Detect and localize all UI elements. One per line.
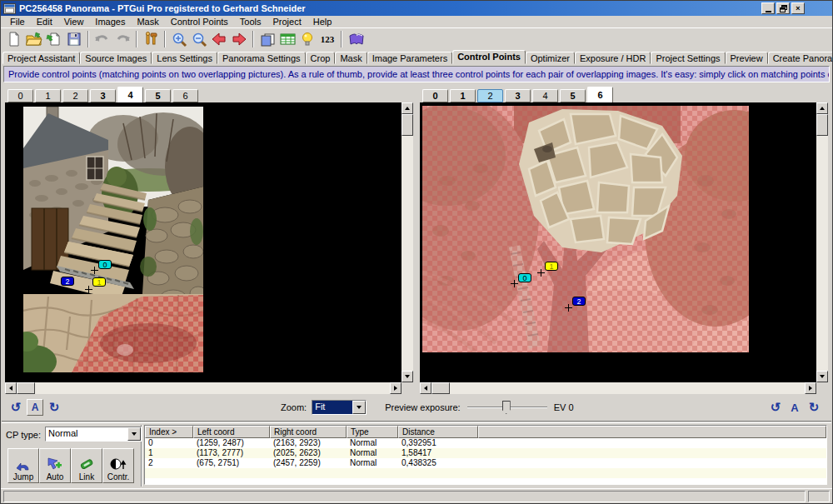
scroll-up-button[interactable]	[816, 102, 828, 114]
link-button[interactable]: Link	[71, 448, 102, 483]
right-image-tab-5[interactable]: 5	[560, 89, 586, 102]
contrast-button[interactable]: Contr.	[102, 448, 134, 483]
numeric-transform-button[interactable]: 123	[317, 30, 337, 48]
zoom-in-button[interactable]	[169, 30, 189, 48]
menu-file[interactable]: File	[4, 16, 31, 27]
left-vertical-scrollbar[interactable]	[402, 102, 413, 382]
scroll-down-button[interactable]	[816, 371, 828, 382]
right-horizontal-scrollbar[interactable]	[420, 382, 816, 394]
menu-project[interactable]: Project	[267, 16, 307, 27]
left-image-tab-2[interactable]: 2	[62, 89, 88, 102]
left-image-tab-1[interactable]: 1	[35, 89, 61, 102]
control-point-label-0-right[interactable]: 0	[518, 273, 531, 282]
rotate-ccw-right-button[interactable]: ↺	[767, 400, 784, 415]
right-image-tab-3[interactable]: 3	[505, 89, 531, 102]
control-point-label-2-left[interactable]: 2	[61, 277, 74, 286]
tab-optimizer[interactable]: Optimizer	[526, 52, 575, 64]
control-point-cross-0-left[interactable]	[91, 267, 98, 274]
zoom-out-button[interactable]	[189, 30, 209, 48]
title-bar[interactable]: PC256458 Panorama - PTGui Pro registered…	[1, 1, 832, 16]
left-image-tab-6[interactable]: 6	[172, 89, 198, 102]
slider-thumb[interactable]	[502, 401, 511, 414]
left-image-canvas[interactable]: 0 2 1	[5, 102, 402, 382]
next-pair-button[interactable]	[229, 30, 249, 48]
menu-control-points[interactable]: Control Points	[165, 16, 234, 27]
tab-panorama-settings[interactable]: Panorama Settings	[217, 52, 306, 64]
scroll-down-button[interactable]	[402, 371, 413, 382]
save-project-button[interactable]	[64, 30, 84, 48]
add-images-button[interactable]	[44, 30, 64, 48]
source-images-button[interactable]	[257, 30, 277, 48]
scroll-left-button[interactable]	[5, 382, 17, 394]
image-parameters-button[interactable]	[277, 30, 297, 48]
zoom-select[interactable]: Fit	[312, 400, 367, 415]
control-point-label-1-left[interactable]: 1	[92, 277, 106, 287]
scroll-thumb[interactable]	[402, 114, 413, 136]
help-button[interactable]	[346, 30, 366, 48]
rotate-cw-left-button[interactable]: ↻	[46, 400, 62, 415]
tab-crop[interactable]: Crop	[306, 52, 336, 64]
previous-pair-button[interactable]	[209, 30, 229, 48]
control-point-label-1-right[interactable]: 1	[545, 262, 558, 271]
right-image-tab-0[interactable]: 0	[422, 89, 448, 102]
right-image-canvas[interactable]: 1 0 2	[420, 102, 816, 382]
cp-table-row-2[interactable]: 2(675, 2751)(2457, 2259)Normal0,438325	[145, 458, 826, 468]
control-point-label-0-left[interactable]: 0	[98, 260, 112, 269]
left-photo[interactable]	[23, 107, 203, 372]
control-point-cross-0-right[interactable]	[511, 280, 518, 287]
right-photo[interactable]	[422, 106, 749, 352]
column-header-distance[interactable]: Distance	[398, 426, 478, 438]
menu-mask[interactable]: Mask	[131, 16, 164, 27]
tab-control-points[interactable]: Control Points	[452, 50, 526, 64]
control-point-cross-2-left[interactable]	[53, 285, 61, 292]
open-project-button[interactable]	[24, 30, 44, 48]
tab-exposure-hdr[interactable]: Exposure / HDR	[575, 52, 651, 64]
scroll-left-button[interactable]	[420, 382, 431, 394]
scroll-thumb[interactable]	[17, 382, 35, 394]
minimize-button[interactable]	[761, 2, 775, 14]
column-header-type[interactable]: Type	[347, 426, 398, 438]
cp-type-select[interactable]: Normal	[45, 427, 142, 442]
close-button[interactable]: ×	[791, 2, 805, 14]
undo-button[interactable]	[92, 30, 112, 48]
scroll-right-button[interactable]	[805, 382, 816, 394]
menu-help[interactable]: Help	[307, 16, 338, 27]
rotate-cw-right-button[interactable]: ↻	[806, 400, 822, 415]
right-image-tab-2[interactable]: 2	[477, 89, 503, 102]
scroll-up-button[interactable]	[402, 102, 413, 114]
tab-preview[interactable]: Preview	[726, 52, 768, 64]
zoom-dropdown-button[interactable]	[352, 401, 366, 414]
right-image-tab-6[interactable]: 6	[587, 87, 613, 102]
right-image-tab-4[interactable]: 4	[532, 89, 558, 102]
exposure-button[interactable]	[297, 30, 317, 48]
auto-button[interactable]: Auto	[39, 448, 71, 483]
jump-button[interactable]: Jump	[7, 448, 39, 483]
tab-project-assistant[interactable]: Project Assistant	[2, 52, 80, 64]
control-point-label-2-right[interactable]: 2	[572, 297, 586, 306]
column-header-right-coord[interactable]: Right coord	[270, 426, 347, 438]
control-point-cross-1-left[interactable]	[85, 286, 92, 293]
auto-rotate-right-button[interactable]: A	[786, 402, 803, 414]
scroll-thumb[interactable]	[431, 382, 450, 394]
menu-tools[interactable]: Tools	[234, 16, 267, 27]
tab-create-panorama[interactable]: Create Panorama	[768, 52, 833, 64]
tab-image-parameters[interactable]: Image Parameters	[367, 52, 452, 64]
cp-table-row-1[interactable]: 1(1173, 2777)(2025, 2623)Normal1,58417	[145, 448, 826, 458]
cp-type-dropdown-button[interactable]	[127, 427, 141, 441]
rotate-ccw-left-button[interactable]: ↺	[7, 400, 24, 415]
tools-button[interactable]	[141, 30, 161, 48]
left-image-tab-3[interactable]: 3	[90, 89, 116, 102]
left-image-tab-4[interactable]: 4	[117, 87, 143, 102]
column-header-index-[interactable]: Index >	[145, 426, 193, 438]
exposure-slider[interactable]	[467, 400, 547, 415]
tab-mask[interactable]: Mask	[335, 52, 367, 64]
menu-view[interactable]: View	[58, 16, 90, 27]
menu-images[interactable]: Images	[89, 16, 131, 27]
tab-lens-settings[interactable]: Lens Settings	[152, 52, 217, 64]
resize-grip[interactable]	[808, 491, 830, 502]
auto-rotate-left-button[interactable]: A	[27, 399, 43, 416]
cp-table-row-0[interactable]: 0(1259, 2487)(2163, 2923)Normal0,392951	[145, 438, 826, 448]
control-point-cross-2-right[interactable]	[565, 304, 572, 312]
restore-button[interactable]	[776, 2, 790, 14]
control-point-cross-1-right[interactable]	[537, 269, 545, 277]
